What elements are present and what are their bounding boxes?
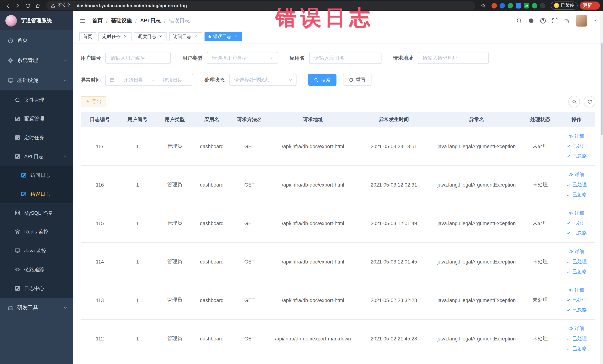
mark-ignored-link[interactable]: 已忽略 — [557, 151, 595, 161]
sidebar-item-label: Java 监控 — [24, 247, 46, 254]
search-button[interactable]: 搜索 — [308, 74, 337, 86]
extension-green-circle[interactable] — [507, 3, 513, 8]
detail-link[interactable]: 详细 — [557, 324, 595, 334]
cell-exception: java.lang.IllegalArgumentException — [430, 242, 523, 281]
extension-blue-grid[interactable] — [515, 3, 521, 8]
close-tab-icon[interactable]: × — [233, 34, 238, 39]
mark-processed-link[interactable]: 已处理 — [557, 218, 595, 228]
mark-ignored-link[interactable]: 已忽略 — [557, 190, 595, 200]
mark-ignored-link[interactable]: 已忽略 — [557, 305, 595, 315]
sidebar-item-infra[interactable]: 基础设施 — [0, 70, 73, 91]
user-type-select[interactable]: 请选择用户类型 — [207, 52, 278, 64]
reset-button[interactable]: 重置 — [343, 74, 372, 86]
sidebar-item-config[interactable]: 配置管理 — [0, 109, 73, 128]
close-tab-icon[interactable]: × — [194, 34, 198, 39]
tab-2[interactable]: 调度日志× — [134, 32, 167, 41]
paused-extension-button[interactable]: 已暂停 — [551, 1, 578, 10]
avatar-caret-icon[interactable] — [593, 19, 597, 23]
browser-update-button[interactable]: 更新 — [580, 1, 600, 10]
mark-processed-link[interactable]: 已处理 — [557, 295, 595, 305]
exception-time-range-picker[interactable]: 开始日期 - 结束日期 — [105, 74, 193, 86]
close-tab-icon[interactable]: × — [158, 34, 163, 39]
sidebar-item-label: 基础设施 — [17, 77, 38, 84]
cell-url: /api/infra/db-doc/export-html — [269, 127, 357, 165]
user-id-input[interactable] — [105, 52, 171, 64]
check-icon — [566, 144, 571, 149]
breadcrumb-item[interactable]: 基础设施 — [111, 17, 132, 24]
page-scrollbar[interactable] — [600, 11, 603, 364]
sidebar-toggle-icon[interactable] — [79, 18, 86, 23]
sidebar-item-api-log[interactable]: API 日志 — [0, 147, 73, 166]
tab-3[interactable]: 访问日志× — [169, 32, 202, 41]
home-button[interactable] — [33, 1, 42, 10]
mark-processed-link[interactable]: 已处理 — [557, 180, 595, 190]
process-status-select[interactable]: 请选择处理状态 — [229, 74, 296, 86]
filter-label-app-name: 应用名 — [290, 55, 304, 61]
detail-link[interactable]: 详细 — [557, 170, 595, 180]
sidebar-item-job[interactable]: 定时任务 — [0, 128, 73, 147]
sidebar-item-system[interactable]: 系统管理 — [0, 50, 73, 70]
refresh-table-button[interactable] — [584, 96, 595, 107]
scrollbar-thumb[interactable] — [601, 43, 603, 135]
detail-link[interactable]: 详细 — [557, 247, 595, 257]
browser-menu-icon[interactable] — [594, 3, 598, 8]
fullscreen-icon[interactable] — [552, 18, 558, 24]
extension-on-badge[interactable]: on — [524, 3, 529, 8]
user-avatar[interactable] — [576, 15, 587, 26]
sidebar-item-error-log[interactable]: 错误日志 — [0, 185, 73, 204]
tab-4[interactable]: 错误日志× — [205, 32, 242, 41]
address-bar[interactable]: 不安全 | dashboard.yudao.iocoder.cn/infra/l… — [46, 1, 475, 10]
tab-1[interactable]: 定时任务× — [98, 32, 131, 41]
help-icon[interactable] — [540, 18, 546, 24]
check-icon — [566, 231, 571, 235]
detail-link[interactable]: 详细 — [557, 131, 595, 141]
app-logo[interactable]: 芋道管理系统 — [0, 11, 73, 30]
column-header: 用户编号 — [119, 112, 156, 127]
breadcrumb-item[interactable]: 首页 — [92, 17, 103, 24]
app-name-input[interactable] — [309, 52, 382, 64]
mark-processed-link[interactable]: 已处理 — [557, 257, 595, 267]
chevron-down-icon — [63, 305, 68, 310]
extension-red-circle[interactable] — [491, 3, 497, 8]
reload-button[interactable] — [23, 1, 32, 10]
sidebar-item-devtools[interactable]: 研发工具 — [0, 298, 73, 318]
cell-method: GET — [230, 319, 269, 358]
request-url-input[interactable] — [418, 52, 489, 64]
mark-ignored-link[interactable]: 已忽略 — [557, 344, 595, 354]
sidebar-item-access-log[interactable]: 访问日志 — [0, 166, 73, 185]
detail-link[interactable]: 详细 — [557, 208, 595, 218]
github-icon[interactable] — [528, 18, 534, 24]
column-header: 日志编号 — [81, 112, 119, 127]
chevron-up-icon — [63, 154, 68, 159]
close-tab-icon[interactable]: × — [123, 34, 128, 39]
mark-processed-link[interactable]: 已处理 — [557, 141, 595, 151]
detail-link[interactable]: 详细 — [557, 285, 595, 295]
tab-0[interactable]: 首页 — [79, 32, 96, 41]
mark-ignored-link[interactable]: 已忽略 — [557, 267, 595, 277]
mark-ignored-link[interactable]: 已忽略 — [557, 228, 595, 238]
forward-button[interactable] — [13, 1, 23, 10]
sidebar-item-file[interactable]: 文件管理 — [0, 91, 73, 109]
tabs-bar: 首页定时任务×调度日志×访问日志×错误日志× — [73, 30, 603, 43]
font-size-icon[interactable] — [564, 18, 570, 24]
toggle-search-button[interactable] — [568, 96, 580, 107]
sidebar-item-java[interactable]: Java 监控 — [0, 241, 73, 260]
back-button[interactable] — [3, 1, 12, 10]
sidebar-item-redis[interactable]: Redis 监控 — [0, 222, 73, 241]
check-icon — [566, 298, 571, 303]
export-button[interactable]: 导出 — [81, 96, 106, 107]
cell-method: GET — [230, 204, 269, 242]
extension-paw[interactable] — [540, 3, 545, 8]
bookmark-button[interactable] — [479, 1, 487, 10]
extension-leaf[interactable] — [532, 3, 537, 8]
sidebar-item-label: 日志中心 — [24, 285, 44, 292]
sidebar-item-home[interactable]: 首页 — [0, 30, 73, 50]
header-search-icon[interactable] — [516, 18, 522, 24]
breadcrumb-item[interactable]: API 日志 — [140, 17, 161, 24]
extension-blue-drop[interactable] — [499, 3, 505, 8]
sidebar-item-trace[interactable]: 链路追踪 — [0, 260, 73, 279]
filter-form: 用户编号 用户类型 请选择用户类型 应用名 — [81, 52, 595, 86]
sidebar-item-logcenter[interactable]: 日志中心 — [0, 279, 73, 298]
mark-processed-link[interactable]: 已处理 — [557, 334, 595, 344]
sidebar-item-mysql[interactable]: MySQL 监控 — [0, 203, 73, 222]
